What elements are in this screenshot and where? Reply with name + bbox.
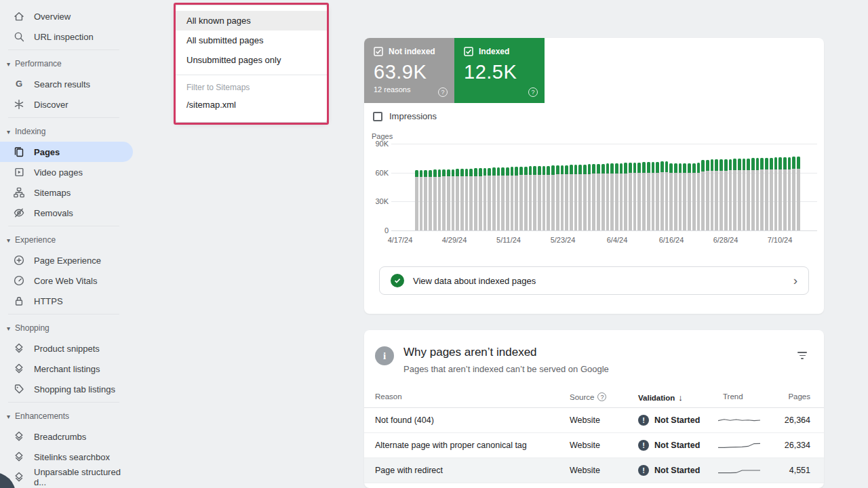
chart-bar[interactable] — [660, 161, 664, 230]
chart-bar[interactable] — [524, 167, 528, 230]
chart-bar[interactable] — [465, 169, 469, 230]
sidebar-section-indexing[interactable]: ▾Indexing — [0, 121, 133, 142]
chart-bar[interactable] — [697, 163, 701, 230]
view-indexed-data-button[interactable]: View data about indexed pages › — [379, 266, 809, 295]
sidebar-item-unparsable-structured-d[interactable]: Unparsable structured d... — [0, 467, 133, 487]
sidebar-item-sitelinks-searchbox[interactable]: Sitelinks searchbox — [0, 447, 133, 467]
column-header-validation[interactable]: Validation ↓ — [638, 392, 683, 403]
chart-bar[interactable] — [747, 159, 750, 230]
chart-bar[interactable] — [574, 165, 578, 230]
chart-bar[interactable] — [665, 161, 669, 230]
chart-bar[interactable] — [515, 167, 518, 230]
impressions-checkbox[interactable] — [373, 112, 382, 121]
chart-bar[interactable] — [683, 163, 686, 230]
column-header-source[interactable]: Source ? — [570, 392, 606, 401]
chart-bar[interactable] — [547, 166, 550, 230]
chart-bar[interactable] — [733, 159, 736, 230]
sidebar-item-shopping-tab-listings[interactable]: Shopping tab listings — [0, 379, 133, 399]
sidebar-item-product-snippets[interactable]: Product snippets — [0, 338, 133, 359]
chart-bar[interactable] — [738, 159, 741, 230]
chart-bar[interactable] — [588, 164, 591, 230]
column-header-trend[interactable]: Trend — [723, 392, 743, 401]
dropdown-option-all-submitted-pages[interactable]: All submitted pages — [176, 30, 327, 50]
chart-bar[interactable] — [637, 163, 641, 230]
dropdown-option-unsubmitted-pages-only[interactable]: Unsubmitted pages only — [176, 50, 327, 70]
chart-bar[interactable] — [456, 169, 459, 230]
filter-list-icon[interactable] — [797, 352, 808, 360]
chart-bar[interactable] — [647, 162, 650, 230]
chart-bar[interactable] — [620, 163, 623, 230]
chart-bar[interactable] — [760, 158, 764, 230]
chart-bar[interactable] — [469, 169, 473, 230]
column-header-pages[interactable]: Pages — [788, 392, 810, 401]
chart-bar[interactable] — [719, 159, 723, 230]
chart-bar[interactable] — [783, 157, 787, 230]
chart-bar[interactable] — [679, 163, 682, 230]
chart-bar[interactable] — [674, 163, 677, 230]
chart-bar[interactable] — [429, 170, 432, 230]
reason-cell[interactable]: Not found (404) — [375, 415, 434, 425]
chart-bar[interactable] — [438, 169, 441, 230]
table-row[interactable]: Page with redirectWebsite!Not Started4,5… — [364, 458, 824, 483]
chart-bar[interactable] — [561, 165, 564, 230]
sidebar-item-core-web-vitals[interactable]: Core Web Vitals — [0, 270, 133, 291]
chart-bar[interactable] — [770, 158, 773, 230]
sidebar-item-page-experience[interactable]: Page Experience — [0, 250, 133, 270]
chart-bar[interactable] — [711, 159, 714, 230]
chart-bar[interactable] — [570, 165, 573, 230]
sidebar-item-search-results[interactable]: GSearch results — [0, 74, 133, 94]
indexed-stat-card[interactable]: Indexed 12.5K ? — [454, 38, 545, 103]
chart-bar[interactable] — [597, 164, 600, 230]
chart-bar[interactable] — [633, 163, 637, 230]
chart-bar[interactable] — [501, 167, 505, 230]
chart-bar[interactable] — [578, 165, 582, 230]
chart-bar[interactable] — [743, 159, 746, 230]
chart-bar[interactable] — [420, 170, 423, 230]
chart-bar[interactable] — [474, 168, 477, 230]
column-header-reason[interactable]: Reason — [375, 392, 402, 401]
sidebar-item-overview[interactable]: Overview — [0, 6, 133, 26]
impressions-toggle[interactable]: Impressions — [373, 111, 437, 121]
sidebar-section-enhancements[interactable]: ▾Enhancements — [0, 406, 133, 426]
chart-bar[interactable] — [797, 157, 800, 230]
chart-bar[interactable] — [788, 157, 791, 230]
help-icon[interactable]: ? — [528, 87, 538, 97]
chart-bar[interactable] — [715, 159, 718, 230]
chart-bar[interactable] — [492, 167, 496, 230]
table-row[interactable]: Not found (404)Website!Not Started26,364 — [364, 408, 824, 433]
chart-bar[interactable] — [542, 166, 546, 230]
chart-bar[interactable] — [751, 158, 755, 230]
chart-bar[interactable] — [601, 164, 605, 230]
chart-bar[interactable] — [447, 169, 450, 230]
chart-bar[interactable] — [615, 163, 618, 230]
chart-bar[interactable] — [506, 167, 509, 230]
table-row[interactable]: Alternate page with proper canonical tag… — [364, 433, 824, 458]
sidebar-item-discover[interactable]: Discover — [0, 94, 133, 115]
chart-bar[interactable] — [424, 170, 427, 230]
chart-bar[interactable] — [583, 165, 587, 230]
chart-bar[interactable] — [652, 162, 655, 230]
chart-bar[interactable] — [592, 164, 595, 230]
chart-bar[interactable] — [452, 169, 455, 230]
chart-bar[interactable] — [497, 167, 500, 230]
sidebar-item-url-inspection[interactable]: URL inspection — [0, 26, 133, 47]
not-indexed-stat-card[interactable]: Not indexed 63.9K 12 reasons ? — [364, 38, 454, 103]
chart-bar[interactable] — [415, 170, 418, 230]
sidebar-item-https[interactable]: HTTPS — [0, 291, 133, 311]
sidebar-section-performance[interactable]: ▾Performance — [0, 54, 133, 74]
sidebar-item-removals[interactable]: Removals — [0, 203, 133, 223]
chart-bar[interactable] — [778, 157, 782, 230]
chart-bar[interactable] — [724, 159, 728, 230]
help-icon[interactable]: ? — [438, 87, 448, 97]
chart-bar[interactable] — [765, 158, 768, 230]
chart-bar[interactable] — [484, 168, 487, 230]
sidebar-item-merchant-listings[interactable]: Merchant listings — [0, 359, 133, 379]
sidebar-item-pages[interactable]: Pages — [0, 142, 133, 162]
chart-bar[interactable] — [774, 157, 778, 230]
chart-bar[interactable] — [610, 163, 614, 230]
chart-bar[interactable] — [692, 163, 696, 231]
sidebar-item-breadcrumbs[interactable]: Breadcrumbs — [0, 426, 133, 447]
chart-bar[interactable] — [706, 160, 709, 230]
chart-bar[interactable] — [624, 163, 627, 230]
chart-bar[interactable] — [488, 168, 491, 230]
